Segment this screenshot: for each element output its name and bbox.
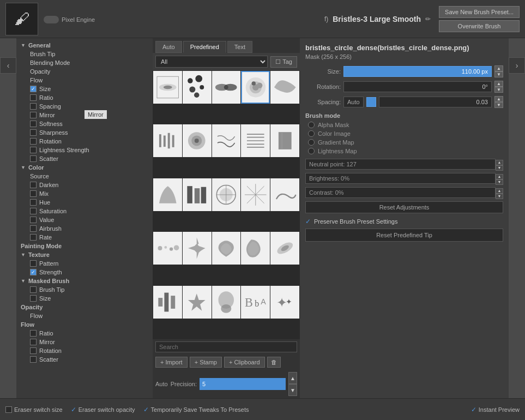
- rotation-checkbox[interactable]: [30, 138, 37, 145]
- sidebar-item-spacing[interactable]: Spacing: [16, 102, 153, 111]
- tag-button[interactable]: ☐ Tag: [270, 56, 297, 68]
- sidebar-item-flow2[interactable]: Flow: [16, 311, 153, 320]
- contrast-up[interactable]: ▲: [496, 188, 503, 194]
- brush-cell[interactable]: [241, 178, 270, 211]
- rotation-up[interactable]: ▲: [494, 81, 503, 87]
- sidebar-item-scatter[interactable]: Scatter: [16, 154, 153, 163]
- sidebar-item-source[interactable]: Source: [16, 172, 153, 181]
- spacing-checkbox[interactable]: [30, 103, 37, 110]
- sharpness-checkbox[interactable]: [30, 129, 37, 136]
- scatter2-checkbox[interactable]: [30, 356, 37, 363]
- sidebar-item-opacity[interactable]: Opacity: [16, 67, 153, 76]
- brush-cell[interactable]: [212, 232, 241, 265]
- stamp-button[interactable]: + Stamp: [190, 357, 222, 368]
- sidebar-item-value[interactable]: Value: [16, 215, 153, 224]
- lightness-strength-checkbox[interactable]: [30, 147, 37, 153]
- brightness-up[interactable]: ▲: [496, 174, 503, 179]
- eraser-size-checkbox[interactable]: [5, 406, 12, 413]
- reset-adjustments-button[interactable]: Reset Adjustments: [305, 201, 503, 213]
- spacing-down[interactable]: ▼: [494, 102, 503, 108]
- sidebar-item-rate[interactable]: Rate: [16, 233, 153, 242]
- sidebar-item-mirror[interactable]: Mirror Mirror: [16, 111, 153, 119]
- sidebar-item-flow[interactable]: Flow: [16, 76, 153, 85]
- color-image-radio[interactable]: [308, 130, 315, 137]
- ratio-checkbox[interactable]: [30, 94, 37, 101]
- brush-cell[interactable]: [270, 232, 299, 265]
- brush-cell[interactable]: [212, 71, 241, 104]
- sidebar-item-size[interactable]: Size: [16, 85, 153, 93]
- precision-bar[interactable]: 5: [200, 378, 286, 390]
- sidebar-item-rotation2[interactable]: Rotation: [16, 346, 153, 355]
- import-button[interactable]: + Import: [155, 357, 188, 368]
- save-preset-button[interactable]: Save New Brush Preset...: [439, 6, 520, 18]
- clipboard-button[interactable]: + Clipboard: [224, 357, 265, 368]
- edit-icon[interactable]: ✏: [425, 15, 431, 23]
- brush-cell[interactable]: [241, 71, 270, 104]
- hue-checkbox[interactable]: [30, 199, 37, 206]
- contrast-field[interactable]: Contrast: 0%: [305, 187, 496, 198]
- sidebar-item-softness[interactable]: Softness: [16, 119, 153, 128]
- mix-checkbox[interactable]: [30, 190, 37, 197]
- brush-cell[interactable]: [183, 178, 212, 211]
- brightness-field[interactable]: Brightness: 0%: [305, 173, 496, 184]
- sidebar-item-ratio[interactable]: Ratio: [16, 93, 153, 102]
- neutral-point-field[interactable]: Neutral point: 127: [305, 159, 496, 170]
- brush-cell[interactable]: [153, 232, 182, 265]
- sidebar-item-hue[interactable]: Hue: [16, 198, 153, 207]
- sidebar-item-sharpness[interactable]: Sharpness: [16, 128, 153, 137]
- brush-cell[interactable]: [270, 124, 299, 157]
- filter-select[interactable]: All: [155, 56, 268, 68]
- airbrush-checkbox[interactable]: [30, 225, 37, 232]
- saturation-checkbox[interactable]: [30, 208, 37, 214]
- brush-cell[interactable]: [153, 178, 182, 211]
- sidebar-item-airbrush[interactable]: Airbrush: [16, 224, 153, 233]
- brush-cell[interactable]: [183, 232, 212, 265]
- brush-cell[interactable]: [212, 286, 241, 319]
- brush-cell[interactable]: [153, 286, 182, 319]
- sidebar-item-ratio2[interactable]: Ratio: [16, 329, 153, 338]
- tab-text[interactable]: Text: [227, 41, 252, 53]
- brush-cell[interactable]: [241, 232, 270, 265]
- rotation-down[interactable]: ▼: [494, 87, 503, 93]
- rotation-input[interactable]: [343, 81, 492, 92]
- spacing-auto[interactable]: Auto: [343, 97, 364, 107]
- size-up[interactable]: ▲: [494, 65, 503, 71]
- precision-up[interactable]: ▲: [288, 372, 297, 384]
- darken-checkbox[interactable]: [30, 182, 37, 188]
- reset-predefined-button[interactable]: Reset Predefined Tip: [305, 229, 503, 242]
- spacing-input[interactable]: [379, 97, 492, 107]
- pixel-engine-toggle[interactable]: [44, 16, 59, 23]
- scatter-checkbox[interactable]: [30, 155, 37, 162]
- neutral-up[interactable]: ▲: [496, 160, 503, 165]
- contrast-down[interactable]: ▼: [496, 194, 503, 199]
- mirror-checkbox[interactable]: [30, 112, 37, 118]
- sidebar-item-lightness-strength[interactable]: Lightness Strength: [16, 146, 153, 154]
- sidebar-item-darken[interactable]: Darken: [16, 181, 153, 189]
- size-input[interactable]: [343, 66, 492, 77]
- pattern-checkbox[interactable]: [30, 260, 37, 267]
- brush-cell[interactable]: ✦ ✦: [270, 286, 299, 319]
- neutral-down[interactable]: ▼: [496, 165, 503, 171]
- sidebar-item-rotation[interactable]: Rotation: [16, 137, 153, 146]
- spacing-up[interactable]: ▲: [494, 96, 503, 102]
- sidebar-item-masked-size[interactable]: Size: [16, 294, 153, 303]
- sidebar-item-pattern[interactable]: Pattern: [16, 259, 153, 268]
- softness-checkbox[interactable]: [30, 121, 37, 127]
- alpha-mask-radio[interactable]: [308, 122, 315, 128]
- mirror2-checkbox[interactable]: [30, 339, 37, 345]
- brush-cell[interactable]: B b A: [241, 286, 270, 319]
- brush-cell[interactable]: [212, 178, 241, 211]
- sidebar-item-brush-tip[interactable]: Brush Tip: [16, 50, 153, 58]
- sidebar-item-blending-mode[interactable]: Blending Mode: [16, 58, 153, 67]
- precision-down[interactable]: ▼: [288, 384, 297, 396]
- sidebar-item-scatter2[interactable]: Scatter: [16, 355, 153, 364]
- sidebar-item-mix[interactable]: Mix: [16, 189, 153, 198]
- brush-cell[interactable]: [241, 124, 270, 157]
- brush-cell[interactable]: [270, 71, 299, 104]
- brush-cell[interactable]: [183, 124, 212, 157]
- brush-cell[interactable]: [212, 124, 241, 157]
- nav-right-arrow[interactable]: ›: [509, 57, 525, 74]
- nav-left-arrow[interactable]: ‹: [0, 57, 16, 74]
- rate-checkbox[interactable]: [30, 234, 37, 241]
- gradient-map-radio[interactable]: [308, 139, 315, 146]
